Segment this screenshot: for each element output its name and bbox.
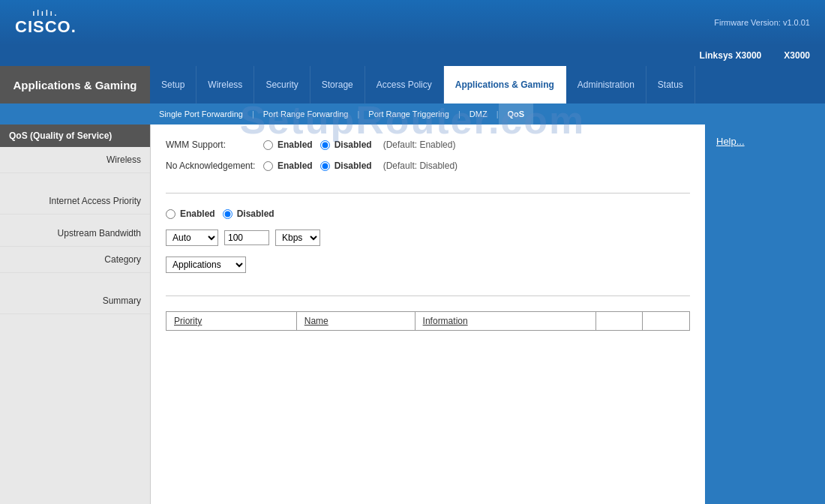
wmm-enabled-radio[interactable]: [263, 140, 273, 150]
left-sidebar: QoS (Quality of Service) Wireless Intern…: [0, 124, 150, 504]
nav-administration[interactable]: Administration: [566, 66, 646, 104]
sub-nav: Single Port Forwarding | Port Range Forw…: [0, 104, 825, 124]
no-ack-enabled-radio[interactable]: [263, 161, 273, 171]
wmm-disabled-label: Disabled: [334, 140, 372, 150]
nav-setup[interactable]: Setup: [150, 66, 196, 104]
device-name: Linksys X3000: [700, 50, 762, 61]
summary-col-name: Name: [296, 312, 415, 331]
internet-disabled-radio[interactable]: [223, 209, 232, 219]
internet-enabled-label: Enabled: [180, 208, 215, 219]
sidebar-row-category: Category: [0, 247, 150, 273]
top-bar: ılılı. CISCO. Firmware Version: v1.0.01: [0, 0, 825, 45]
internet-enabled-group: Enabled: [166, 208, 215, 219]
nav-wireless[interactable]: Wireless: [196, 66, 254, 104]
no-ack-default-text: (Default: Disabled): [383, 160, 458, 171]
subnav-qos[interactable]: QoS: [499, 104, 534, 124]
wireless-section: WMM Support: Enabled Disabled (Default: …: [166, 140, 690, 194]
main-content: WMM Support: Enabled Disabled (Default: …: [150, 124, 705, 504]
internet-priority-section: Enabled Disabled: [166, 208, 690, 219]
summary-col-information: Information: [415, 312, 596, 331]
nav-items: Setup Wireless Security Storage Access P…: [150, 66, 825, 104]
content-area: QoS (Quality of Service) Wireless Intern…: [0, 124, 825, 504]
cisco-logo: ılılı. CISCO.: [15, 9, 76, 37]
wmm-default-text: (Default: Enabled): [383, 140, 456, 150]
summary-col-5: [643, 312, 690, 331]
wmm-disabled-group: Disabled: [320, 140, 372, 150]
no-ack-enabled-group: Enabled: [263, 160, 313, 171]
internet-enabled-radio[interactable]: [166, 209, 176, 219]
no-ack-disabled-radio[interactable]: [320, 161, 330, 171]
device-bar: Linksys X3000 X3000: [0, 45, 825, 66]
internet-disabled-group: Disabled: [223, 208, 274, 219]
upstream-section: Auto Manual Kbps Mbps: [166, 230, 690, 246]
wmm-enabled-group: Enabled: [263, 140, 313, 150]
subnav-single-port[interactable]: Single Port Forwarding: [150, 104, 252, 124]
wmm-support-label: WMM Support:: [166, 140, 256, 150]
category-select[interactable]: Applications Online Games MAC Address Et…: [166, 256, 246, 273]
right-panel: Help...: [705, 124, 825, 504]
no-ack-label: No Acknowledgement:: [166, 160, 256, 171]
summary-col-4: [596, 312, 643, 331]
no-ack-row: No Acknowledgement: Enabled Disabled (De…: [166, 160, 690, 171]
sidebar-section-title: QoS (Quality of Service): [0, 124, 150, 147]
firmware-version: Firmware Version: v1.0.01: [714, 18, 810, 27]
summary-section: Priority Name Information: [166, 311, 690, 331]
device-model: X3000: [784, 50, 810, 61]
wmm-enabled-label: Enabled: [278, 140, 313, 150]
summary-col-priority: Priority: [166, 312, 297, 331]
nav-status[interactable]: Status: [646, 66, 695, 104]
nav-storage[interactable]: Storage: [310, 66, 365, 104]
internet-priority-row: Enabled Disabled: [166, 208, 690, 219]
category-section: Applications Online Games MAC Address Et…: [166, 256, 690, 296]
subnav-port-range-triggering[interactable]: Port Range Triggering: [359, 104, 458, 124]
sidebar-row-wireless: Wireless: [0, 147, 150, 173]
sidebar-row-internet: Internet Access Priority: [0, 173, 150, 214]
no-ack-enabled-label: Enabled: [278, 160, 313, 171]
internet-disabled-label: Disabled: [237, 208, 274, 219]
wmm-disabled-radio[interactable]: [320, 140, 330, 150]
nav-security[interactable]: Security: [254, 66, 310, 104]
no-ack-disabled-label: Disabled: [334, 160, 372, 171]
nav-access-policy[interactable]: Access Policy: [365, 66, 444, 104]
upstream-unit-select[interactable]: Kbps Mbps: [275, 230, 320, 246]
main-nav: Applications & Gaming Setup Wireless Sec…: [0, 66, 825, 104]
page-title: Applications & Gaming: [0, 66, 150, 104]
wmm-support-row: WMM Support: Enabled Disabled (Default: …: [166, 140, 690, 150]
help-link[interactable]: Help...: [716, 136, 745, 147]
upstream-type-select[interactable]: Auto Manual: [166, 230, 218, 246]
upstream-value-input[interactable]: [224, 230, 269, 245]
nav-applications-gaming[interactable]: Applications & Gaming: [444, 66, 566, 104]
cisco-logo-lines: ılılı.: [15, 9, 76, 17]
sidebar-row-summary: Summary: [0, 273, 150, 314]
sidebar-row-upstream: Upstream Bandwidth: [0, 214, 150, 247]
subnav-dmz[interactable]: DMZ: [460, 104, 496, 124]
subnav-port-range-forwarding[interactable]: Port Range Forwarding: [254, 104, 358, 124]
summary-table: Priority Name Information: [166, 311, 690, 331]
no-ack-disabled-group: Disabled: [320, 160, 372, 171]
